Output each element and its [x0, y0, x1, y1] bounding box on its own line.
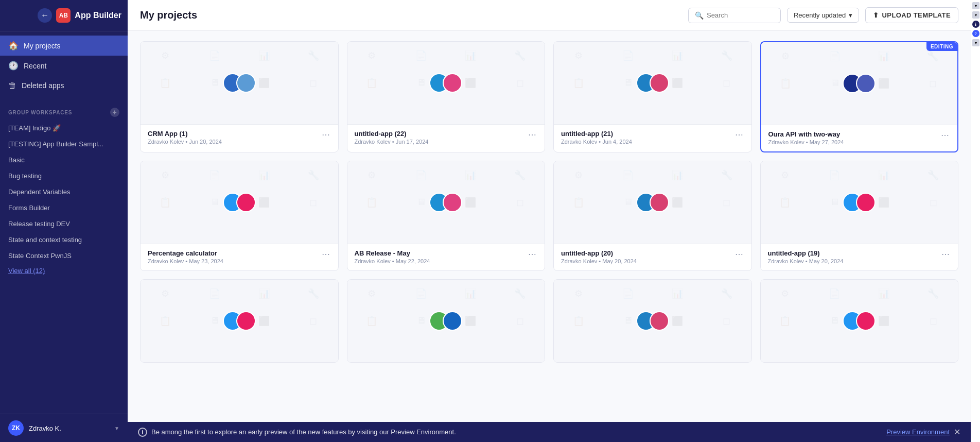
card-name: untitled-app (19)	[768, 249, 844, 257]
clock-icon: 🕐	[8, 61, 19, 71]
user-profile[interactable]: ZK Zdravko K. ▼	[0, 414, 128, 442]
card-meta: Zdravko Kolev • Jun 4, 2024	[561, 139, 632, 145]
sidebar-item-my-projects[interactable]: 🏠 My projects	[0, 36, 128, 56]
app-title: App Builder	[75, 11, 121, 20]
workspace-item[interactable]: [TESTING] App Builder Sampl...	[0, 136, 128, 152]
card-info: untitled-app (21) Zdravko Kolev • Jun 4,…	[554, 124, 751, 151]
close-banner-button[interactable]: ✕	[954, 427, 960, 437]
card-logo	[636, 193, 669, 212]
card-info: untitled-app (20) Zdravko Kolev • May 20…	[554, 244, 751, 270]
card-name: Percentage calculator	[148, 249, 223, 257]
sidebar-navigation: 🏠 My projects 🕐 Recent 🗑 Deleted apps	[0, 31, 128, 99]
sort-dropdown[interactable]: Recently updated ▾	[787, 8, 859, 23]
upload-icon: ⬆	[873, 11, 879, 19]
chevron-down-icon: ▾	[849, 11, 852, 19]
card-menu-button[interactable]: ⋯	[734, 130, 744, 140]
main-header: My projects 🔍 Recently updated ▾ ⬆ UPLOA…	[128, 0, 971, 31]
workspace-item[interactable]: Basic	[0, 152, 128, 168]
card-logo	[223, 311, 256, 331]
sidebar-item-label: Deleted apps	[22, 81, 64, 90]
project-card[interactable]: ⚙📄📊🔧📋🖥⬛◻ CRM App (1) CRM App (1) Zdravko…	[140, 41, 339, 152]
project-card[interactable]: ⚙📄📊🔧📋🖥⬛◻	[553, 279, 752, 363]
card-logo	[843, 193, 876, 212]
help-aside-button[interactable]: ?	[972, 30, 979, 37]
sidebar-item-deleted-apps[interactable]: 🗑 Deleted apps	[0, 76, 128, 95]
card-logo	[843, 74, 876, 93]
card-meta: Zdravko Kolev • May 23, 2024	[148, 258, 223, 264]
card-logo	[429, 193, 462, 212]
main-content: My projects 🔍 Recently updated ▾ ⬆ UPLOA…	[128, 0, 971, 442]
card-details: untitled-app (21) Zdravko Kolev • Jun 4,…	[561, 130, 632, 145]
page-title: My projects	[140, 9, 682, 21]
card-menu-button[interactable]: ⋯	[321, 249, 331, 259]
project-card[interactable]: ⚙📄📊🔧📋🖥⬛◻ untitled-app (19) untitled-app …	[760, 161, 959, 271]
view-all-link[interactable]: View all (12)	[0, 264, 128, 278]
card-menu-button[interactable]: ⋯	[940, 130, 950, 140]
bottom-banner: i Be among the first to explore an early…	[128, 422, 971, 442]
card-logo	[843, 311, 876, 331]
card-meta: Zdravko Kolev • May 22, 2024	[355, 258, 430, 264]
sidebar-header: ← AB App Builder	[0, 0, 128, 31]
project-card[interactable]: ⚙📄📊🔧📋🖥⬛◻ untitled-app (22) untitled-app …	[347, 41, 546, 152]
card-menu-button[interactable]: ⋯	[527, 249, 537, 259]
upload-template-button[interactable]: ⬆ UPLOAD TEMPLATE	[865, 7, 958, 23]
card-info: Percentage calculator Zdravko Kolev • Ma…	[141, 244, 338, 270]
card-thumbnail: EDITING ⚙📄📊🔧📋🖥⬛◻ Oura API with two-way	[761, 42, 958, 125]
project-card[interactable]: ⚙📄📊🔧📋🖥⬛◻ AB Release - May AB Release - M…	[347, 161, 546, 271]
card-thumbnail: ⚙📄📊🔧📋🖥⬛◻ untitled-app (22)	[347, 42, 545, 124]
card-details: Oura API with two-way Zdravko Kolev • Ma…	[768, 130, 844, 145]
user-name: Zdravko K.	[29, 424, 109, 432]
card-logo	[223, 73, 256, 93]
info-icon: i	[138, 428, 147, 437]
card-info: AB Release - May Zdravko Kolev • May 22,…	[347, 244, 545, 270]
project-card[interactable]: ⚙📄📊🔧📋🖥⬛◻	[760, 279, 959, 363]
sidebar: ← AB App Builder 🏠 My projects 🕐 Recent …	[0, 0, 128, 442]
aside-button[interactable]: ▾	[972, 39, 979, 46]
project-card[interactable]: EDITING ⚙📄📊🔧📋🖥⬛◻ Oura API with two-way O…	[760, 41, 959, 152]
workspace-item[interactable]: Release testing DEV	[0, 216, 128, 232]
upload-label: UPLOAD TEMPLATE	[882, 11, 951, 19]
workspace-item[interactable]: Dependent Variables	[0, 184, 128, 200]
projects-grid-container: ⚙📄📊🔧📋🖥⬛◻ CRM App (1) CRM App (1) Zdravko…	[128, 31, 971, 422]
card-details: CRM App (1) Zdravko Kolev • Jun 20, 2024	[148, 130, 222, 145]
avatar: ZK	[8, 420, 24, 436]
card-menu-button[interactable]: ⋯	[321, 130, 331, 140]
workspace-item[interactable]: Forms Builder	[0, 200, 128, 216]
add-workspace-button[interactable]: +	[110, 108, 119, 117]
banner-text: Be among the first to explore an early p…	[151, 428, 882, 436]
project-card[interactable]: ⚙📄📊🔧📋🖥⬛◻	[140, 279, 339, 363]
project-card[interactable]: ⚙📄📊🔧📋🖥⬛◻ Percentage calculator Percentag…	[140, 161, 339, 271]
card-menu-button[interactable]: ⋯	[527, 130, 537, 140]
search-input[interactable]	[707, 11, 774, 19]
aside-button[interactable]: ▾	[972, 2, 979, 9]
info-aside-button[interactable]: ℹ	[972, 21, 979, 28]
project-card[interactable]: ⚙📄📊🔧📋🖥⬛◻ untitled-app (21) untitled-app …	[553, 41, 752, 152]
workspace-item[interactable]: Bug testing	[0, 168, 128, 184]
card-logo	[636, 311, 669, 331]
card-name: untitled-app (21)	[561, 130, 632, 138]
card-menu-button[interactable]: ⋯	[940, 249, 951, 259]
workspace-item[interactable]: State Context PwnJS	[0, 248, 128, 264]
project-card[interactable]: ⚙📄📊🔧📋🖥⬛◻ untitled-app (20) untitled-app …	[553, 161, 752, 271]
card-details: AB Release - May Zdravko Kolev • May 22,…	[355, 249, 430, 264]
card-details: untitled-app (22) Zdravko Kolev • Jun 17…	[355, 130, 429, 145]
search-box[interactable]: 🔍	[688, 8, 781, 23]
preview-environment-link[interactable]: Preview Environment	[886, 428, 950, 436]
card-thumbnail: ⚙📄📊🔧📋🖥⬛◻ AB Release - May	[347, 161, 545, 244]
workspace-item[interactable]: [TEAM] Indigo 🚀	[0, 120, 128, 136]
card-name: untitled-app (20)	[561, 249, 637, 257]
sidebar-item-label: My projects	[24, 42, 61, 50]
workspace-list: [TEAM] Indigo 🚀 [TESTING] App Builder Sa…	[0, 120, 128, 414]
workspace-item[interactable]: State and context testing	[0, 232, 128, 248]
aside-button[interactable]: ▾	[972, 11, 979, 19]
card-thumbnail: ⚙📄📊🔧📋🖥⬛◻ CRM App (1)	[141, 42, 338, 124]
back-button[interactable]: ←	[38, 8, 52, 23]
sidebar-item-recent[interactable]: 🕐 Recent	[0, 56, 128, 76]
trash-icon: 🗑	[8, 81, 16, 90]
card-thumbnail: ⚙📄📊🔧📋🖥⬛◻ untitled-app (19)	[761, 161, 958, 244]
card-menu-button[interactable]: ⋯	[734, 249, 744, 259]
card-thumbnail: ⚙📄📊🔧📋🖥⬛◻ untitled-app (20)	[554, 161, 751, 244]
project-card[interactable]: ⚙📄📊🔧📋🖥⬛◻	[347, 279, 546, 363]
home-icon: 🏠	[8, 41, 19, 50]
card-details: Percentage calculator Zdravko Kolev • Ma…	[148, 249, 223, 264]
